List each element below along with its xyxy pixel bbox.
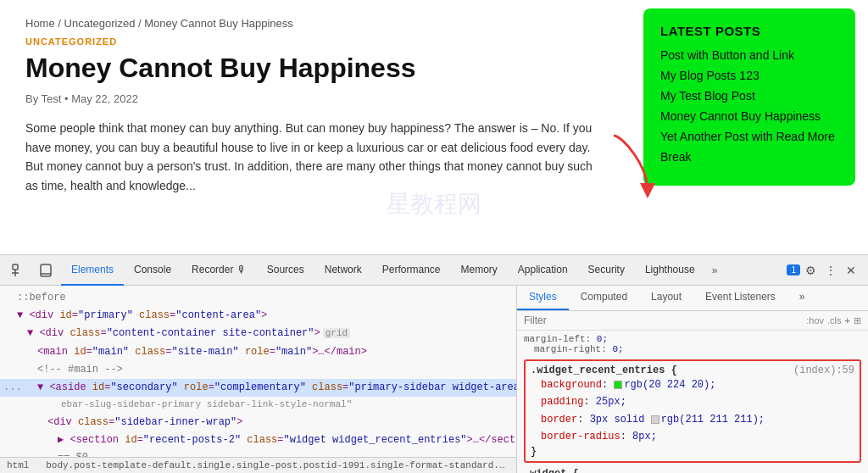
breadcrumb-current: Money Cannot Buy Happiness: [144, 17, 293, 30]
widget-posts-list: Post with Button and Link My Blog Posts …: [660, 48, 838, 164]
elements-line[interactable]: <div class="sidebar-inner-wrap">: [0, 414, 516, 431]
elements-line[interactable]: <!-- #main -->: [0, 361, 516, 379]
tab-security[interactable]: Security: [578, 255, 635, 286]
devtools-tab-bar: Elements Console Recorder 🎙 Sources Netw…: [0, 255, 868, 286]
post-link-1[interactable]: Post with Button and Link: [660, 48, 794, 62]
new-rule-hint[interactable]: ⊞: [854, 315, 861, 326]
post-meta: By Test • May 22, 2022: [25, 92, 605, 105]
styles-panel: Styles Computed Layout Event Listeners »…: [517, 286, 868, 473]
style-prop-border-radius: border-radius: 8px;: [531, 428, 854, 445]
styles-filter-input[interactable]: [524, 314, 801, 326]
list-item: Post with Button and Link: [660, 48, 838, 62]
styles-sub-tabs: Styles Computed Layout Event Listeners »: [517, 286, 868, 311]
elements-line[interactable]: ▼ <div id="primary" class="content-area"…: [0, 307, 516, 325]
list-item: My Blog Posts 123: [660, 69, 838, 82]
device-mode-btn[interactable]: [34, 259, 58, 282]
hov-hint[interactable]: :hov: [806, 315, 824, 326]
post-title: Money Cannot Buy Happiness: [25, 52, 605, 84]
svg-rect-0: [13, 264, 18, 270]
style-prop-padding: padding: 25px;: [531, 393, 854, 410]
tab-performance[interactable]: Performance: [372, 255, 451, 286]
add-hint[interactable]: +: [845, 315, 850, 326]
elements-line[interactable]: ::before: [0, 289, 516, 307]
latest-posts-widget: LATEST POSTS Post with Button and Link M…: [643, 8, 855, 186]
content-right: LATEST POSTS Post with Button and Link M…: [631, 0, 868, 254]
elements-line[interactable]: ebar-slug-sidebar-primary sidebar-link-s…: [0, 397, 516, 414]
tab-sources[interactable]: Sources: [257, 255, 314, 286]
post-link-4[interactable]: Money Cannot Buy Happiness: [660, 109, 821, 123]
inspect-icon-btn[interactable]: [7, 259, 31, 282]
sub-tab-styles[interactable]: Styles: [517, 286, 569, 310]
elements-line-selected[interactable]: ... ▼ <aside id="secondary" role="comple…: [0, 379, 516, 397]
style-rule-after: .widget { margin-top: 0;: [524, 468, 861, 473]
tab-more[interactable]: »: [705, 255, 725, 286]
post-link-5[interactable]: Yet Another Post with Read More: [660, 130, 835, 143]
post-link-6[interactable]: Break: [660, 150, 692, 164]
sub-tab-event-listeners[interactable]: Event Listeners: [693, 286, 787, 310]
svg-rect-3: [41, 264, 51, 276]
content-left: Home / Uncategorized / Money Cannot Buy …: [0, 0, 631, 254]
sub-tab-more[interactable]: »: [787, 286, 817, 310]
breadcrumb: Home / Uncategorized / Money Cannot Buy …: [25, 17, 605, 30]
list-item: Money Cannot Buy Happiness: [660, 109, 838, 123]
tab-network[interactable]: Network: [314, 255, 372, 286]
tab-memory[interactable]: Memory: [451, 255, 508, 286]
post-body: Some people think that money can buy any…: [25, 119, 605, 195]
page-area: Home / Uncategorized / Money Cannot Buy …: [0, 0, 868, 254]
sub-tab-computed[interactable]: Computed: [569, 286, 639, 310]
styles-filter-hints: :hov .cls + ⊞: [806, 315, 861, 326]
list-item: Break: [660, 150, 838, 164]
styles-filter-bar: :hov .cls + ⊞: [517, 311, 868, 331]
tab-application[interactable]: Application: [508, 255, 578, 286]
elements-line[interactable]: ▶ <section id="recent-posts-2" class="wi…: [0, 431, 516, 449]
list-item: My Test Blog Post: [660, 89, 838, 103]
cls-hint[interactable]: .cls: [827, 315, 842, 326]
widget-title: LATEST POSTS: [660, 24, 838, 38]
elements-line[interactable]: <main id="main" class="site-main" role="…: [0, 343, 516, 361]
settings-icon[interactable]: ⚙: [800, 260, 821, 281]
elements-line[interactable]: ▼ <div class="content-container site-con…: [0, 325, 516, 342]
more-icon[interactable]: ⋮: [821, 260, 841, 281]
breadcrumb-home[interactable]: Home: [25, 17, 55, 30]
post-link-2[interactable]: My Blog Posts 123: [660, 69, 760, 82]
breadcrumb-category[interactable]: Uncategorized: [64, 17, 136, 30]
tab-elements[interactable]: Elements: [61, 255, 124, 286]
sub-tab-layout[interactable]: Layout: [639, 286, 693, 310]
style-prop-border: border: 3px solid rgb(211 211 211);: [531, 411, 854, 428]
style-prop-background: background: rgb(20 224 20);: [531, 376, 854, 393]
elements-bottom-bar: html body.post-template-default.single.s…: [0, 457, 516, 473]
category-label: UNCATEGORIZED: [25, 36, 605, 47]
post-link-3[interactable]: My Test Blog Post: [660, 89, 755, 103]
tab-recorder[interactable]: Recorder 🎙: [181, 255, 257, 286]
devtools-body: ::before ▼ <div id="primary" class="cont…: [0, 286, 868, 473]
tab-console[interactable]: Console: [124, 255, 181, 286]
styles-body: margin-left: 0; margin-right: 0; .widget…: [517, 331, 868, 473]
close-icon[interactable]: ✕: [841, 260, 861, 281]
elements-panel: ::before ▼ <div id="primary" class="cont…: [0, 286, 517, 473]
devtools-badge: 1: [787, 264, 800, 275]
tab-lighthouse[interactable]: Lighthouse: [635, 255, 705, 286]
highlighted-style-rule: .widget_recent_entries { (index):59 back…: [524, 359, 861, 463]
devtools-panel: Elements Console Recorder 🎙 Sources Netw…: [0, 254, 868, 473]
style-rule: margin-left: 0; margin-right: 0;: [524, 334, 861, 354]
list-item: Yet Another Post with Read More: [660, 130, 838, 143]
